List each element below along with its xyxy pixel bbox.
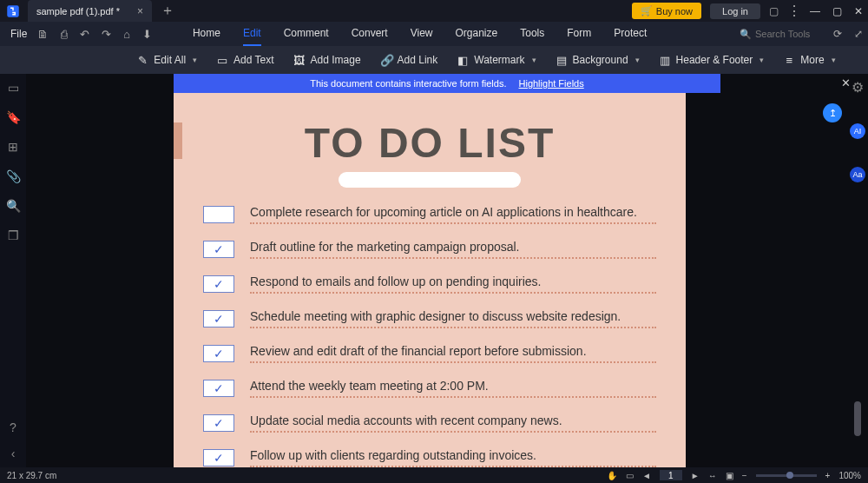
layers-icon[interactable]: ❒ — [8, 228, 19, 242]
todo-checkbox[interactable] — [203, 206, 234, 223]
window-controls: — ▢ ✕ — [810, 5, 863, 17]
redo-icon[interactable]: ↷ — [102, 28, 111, 41]
todo-list: Complete research for upcoming article o… — [174, 205, 686, 467]
highlight-fields-link[interactable]: Highlight Fields — [519, 78, 584, 89]
left-sidebar: ▭ 🔖 ⊞ 📎 🔍 ❒ ? ‹ — [0, 74, 26, 467]
page-number-input[interactable] — [660, 470, 682, 480]
canvas: This document contains interactive form … — [26, 74, 868, 467]
close-tab-icon[interactable]: × — [137, 5, 143, 17]
search-panel-icon[interactable]: 🔍 — [6, 199, 21, 213]
header-footer-tool[interactable]: ▥ Header & Footer ▾ — [659, 54, 765, 67]
chevron-down-icon: ▾ — [532, 56, 536, 64]
search-tools[interactable]: 🔍 — [740, 29, 825, 40]
more-icon: ≡ — [783, 54, 795, 67]
save-icon[interactable]: 🗎 — [37, 28, 49, 41]
todo-checkbox[interactable]: ✓ — [203, 310, 234, 328]
home-icon[interactable]: ⌂ — [123, 28, 130, 41]
chevron-down-icon: ▾ — [193, 56, 197, 64]
todo-divider — [250, 393, 656, 398]
todo-row: Complete research for upcoming article o… — [203, 205, 656, 224]
minimize-icon[interactable]: — — [810, 5, 820, 17]
todo-checkbox[interactable]: ✓ — [203, 414, 234, 432]
menu-edit[interactable]: Edit — [243, 22, 261, 46]
bookmarks-icon[interactable]: 🔖 — [6, 110, 21, 124]
new-tab-button[interactable]: ＋ — [161, 2, 174, 20]
search-icon: 🔍 — [740, 29, 752, 40]
add-text-tool[interactable]: ▭ Add Text — [216, 54, 273, 67]
download-icon[interactable]: ⬇ — [142, 28, 152, 41]
title-underline — [339, 172, 521, 188]
expand-icon[interactable]: ⤢ — [854, 28, 863, 40]
ai-badge[interactable]: AI — [850, 123, 865, 139]
file-menu[interactable]: File — [10, 28, 27, 40]
todo-text: Draft outline for the marketing campaign… — [250, 240, 656, 254]
share-button[interactable]: ↥ — [823, 103, 842, 122]
close-window-icon[interactable]: ✕ — [854, 5, 863, 17]
menu-organize[interactable]: Organize — [456, 22, 498, 46]
menu-form[interactable]: Form — [567, 22, 591, 46]
maximize-icon[interactable]: ▢ — [832, 5, 842, 17]
page-title: TO DO LIST — [174, 119, 686, 167]
scrollbar-thumb[interactable] — [854, 401, 861, 436]
undo-icon[interactable]: ↶ — [80, 28, 89, 41]
background-tool[interactable]: ▤ Background ▾ — [556, 54, 640, 67]
select-tool-icon[interactable]: ▭ — [626, 471, 634, 480]
background-label: Background — [573, 54, 628, 66]
todo-checkbox[interactable]: ✓ — [203, 380, 234, 397]
sync-icon[interactable]: ⟳ — [833, 28, 842, 40]
fit-width-icon[interactable]: ↔ — [708, 471, 717, 480]
more-tool[interactable]: ≡ More ▾ — [783, 54, 835, 67]
edit-all-tool[interactable]: ✎ Edit All ▾ — [136, 54, 197, 67]
comments-icon[interactable]: ⊞ — [8, 140, 18, 154]
prev-page-icon[interactable]: ◄ — [642, 471, 651, 480]
document-tab[interactable]: sample pdf (1).pdf * × — [28, 0, 152, 22]
todo-text: Review and edit draft of the financial r… — [250, 344, 656, 358]
add-link-tool[interactable]: 🔗 Add Link — [380, 54, 438, 67]
fit-page-icon[interactable]: ▣ — [726, 471, 733, 480]
buy-now-button[interactable]: 🛒 Buy now — [632, 3, 701, 19]
next-page-icon[interactable]: ► — [691, 471, 700, 480]
print-icon[interactable]: ⎙ — [61, 28, 68, 41]
login-button[interactable]: Log in — [710, 3, 760, 19]
todo-divider — [250, 288, 656, 294]
menu-view[interactable]: View — [411, 22, 433, 46]
todo-row: ✓Review and edit draft of the financial … — [203, 344, 656, 363]
menu-protect[interactable]: Protect — [614, 22, 647, 46]
todo-text: Respond to emails and follow up on pendi… — [250, 275, 656, 288]
link-icon: 🔗 — [380, 54, 392, 67]
watermark-tool[interactable]: ◧ Watermark ▾ — [457, 54, 536, 67]
menu-comment[interactable]: Comment — [284, 22, 329, 46]
tab-filename: sample pdf (1).pdf * — [36, 6, 120, 17]
todo-divider — [250, 323, 656, 328]
search-input[interactable] — [755, 29, 825, 39]
attachments-icon[interactable]: 📎 — [6, 169, 21, 183]
todo-checkbox[interactable]: ✓ — [203, 275, 234, 293]
kebab-menu-icon[interactable]: ⋮ — [787, 3, 801, 19]
todo-checkbox[interactable]: ✓ — [203, 345, 234, 362]
collapse-icon[interactable]: ‹ — [11, 447, 16, 460]
menu-tools[interactable]: Tools — [520, 22, 544, 46]
banner-message: This document contains interactive form … — [310, 78, 506, 89]
assist-badge[interactable]: Aa — [850, 167, 865, 182]
thumbnails-icon[interactable]: ▭ — [8, 81, 19, 95]
banner-close-icon[interactable]: ✕ — [841, 76, 851, 89]
hand-tool-icon[interactable]: ✋ — [607, 471, 617, 480]
zoom-out-icon[interactable]: − — [742, 471, 747, 480]
buy-now-label: Buy now — [656, 6, 693, 17]
todo-checkbox[interactable]: ✓ — [203, 241, 234, 258]
todo-divider — [250, 358, 656, 363]
todo-divider — [250, 254, 656, 259]
add-image-tool[interactable]: 🖼 Add Image — [293, 54, 361, 67]
todo-text: Schedule meeting with graphic designer t… — [250, 309, 656, 323]
add-image-label: Add Image — [311, 54, 361, 66]
zoom-in-icon[interactable]: + — [825, 471, 831, 480]
settings-icon[interactable]: ⚙ — [852, 79, 864, 96]
zoom-slider[interactable] — [756, 474, 817, 477]
todo-checkbox[interactable]: ✓ — [203, 449, 234, 466]
menu-convert[interactable]: Convert — [352, 22, 388, 46]
header-footer-label: Header & Footer — [676, 54, 753, 66]
panel-icon[interactable]: ▢ — [769, 5, 779, 17]
help-icon[interactable]: ? — [10, 420, 16, 434]
menu-home[interactable]: Home — [193, 22, 220, 46]
watermark-label: Watermark — [474, 54, 524, 66]
